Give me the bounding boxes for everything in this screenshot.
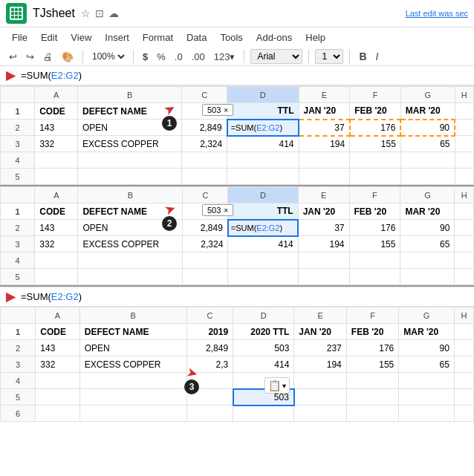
cell-p3-4e[interactable] [294, 373, 346, 389]
cloud-icon[interactable]: ☁ [108, 7, 119, 19]
col-header-g2[interactable]: G [400, 187, 455, 203]
cell-4f[interactable] [350, 152, 401, 169]
col-header-c[interactable]: C [182, 87, 227, 103]
cell-p3-5g[interactable] [399, 389, 455, 405]
cell-5f[interactable] [350, 169, 401, 185]
cell-5g[interactable] [400, 169, 455, 185]
folder-icon[interactable]: ⊡ [95, 7, 104, 19]
cell-p2-3a[interactable]: 332 [35, 236, 78, 252]
cell-p3-5f[interactable] [346, 389, 398, 405]
col-header-e2[interactable]: E [298, 187, 349, 203]
cell-p2-3f[interactable]: 155 [349, 236, 400, 252]
cell-p2-3d[interactable]: 414 [228, 236, 298, 252]
cell-5b[interactable] [78, 169, 182, 185]
cell-4g[interactable] [400, 152, 455, 169]
cell-p3-3e[interactable]: 194 [294, 356, 346, 373]
cell-p2-4b[interactable] [78, 252, 183, 269]
cell-p2-5f[interactable] [349, 269, 400, 285]
cell-p2-3g[interactable]: 65 [400, 236, 455, 252]
cell-5a[interactable] [35, 169, 78, 185]
menu-view[interactable]: View [65, 29, 97, 46]
cell-p3-2a[interactable]: 143 [36, 340, 79, 356]
redo-button[interactable]: ↪ [23, 50, 37, 64]
cell-p2-5d[interactable] [228, 269, 298, 285]
cell-2e[interactable]: 37 [299, 120, 350, 136]
currency-button[interactable]: $ [140, 50, 151, 64]
zoom-select[interactable]: 100% [89, 50, 127, 62]
cell-p3-2f[interactable]: 176 [346, 340, 398, 356]
cell-p3-1d[interactable]: 2020 TTL [233, 324, 294, 340]
cell-p3-2d[interactable]: 503 [233, 340, 294, 356]
print-button[interactable]: 🖨 [40, 50, 56, 64]
cell-p3-5b[interactable] [79, 389, 186, 405]
cell-4a[interactable] [35, 152, 78, 169]
cell-2c[interactable]: 2,849 [182, 120, 227, 136]
menu-help[interactable]: Help [299, 29, 331, 46]
cell-1d[interactable]: TTL [227, 103, 299, 120]
cell-5c[interactable] [182, 169, 227, 185]
col-header-f2[interactable]: F [349, 187, 400, 203]
star-icon[interactable]: ☆ [81, 7, 91, 19]
col-header-h2[interactable]: H [455, 187, 474, 203]
col-header-b3[interactable]: B [79, 307, 186, 324]
decimal-increase-button[interactable]: .00 [189, 50, 208, 64]
cell-2f[interactable]: 176 [350, 120, 401, 136]
cell-p2-5e[interactable] [298, 269, 349, 285]
cell-p3-1g[interactable]: MAR '20 [399, 324, 455, 340]
cell-p3-3g[interactable]: 65 [399, 356, 455, 373]
cell-p3-2e[interactable]: 237 [294, 340, 346, 356]
menu-file[interactable]: File [6, 29, 33, 46]
cell-3f[interactable]: 155 [350, 136, 401, 152]
cell-p2-2e[interactable]: 37 [298, 220, 349, 236]
menu-edit[interactable]: Edit [35, 29, 63, 46]
col-header-d3[interactable]: D [233, 307, 294, 324]
cell-p3-6a[interactable] [36, 405, 79, 422]
menu-data[interactable]: Data [181, 29, 212, 46]
col-header-d2[interactable]: D [228, 187, 298, 203]
cell-4b[interactable] [78, 152, 182, 169]
cell-p2-4a[interactable] [35, 252, 78, 269]
paste-clipboard-widget[interactable]: 📋 ▾ [264, 377, 290, 394]
col-header-b2[interactable]: B [78, 187, 183, 203]
cell-p3-2c[interactable]: 2,849 [186, 340, 233, 356]
cell-p2-3b[interactable]: EXCESS COPPER [78, 236, 183, 252]
cell-p3-1a[interactable]: CODE [36, 324, 79, 340]
cell-5d[interactable] [227, 169, 299, 185]
percent-button[interactable]: % [154, 50, 169, 64]
cell-p2-3c[interactable]: 2,324 [183, 236, 228, 252]
menu-addons[interactable]: Add-ons [250, 29, 298, 46]
cell-p2-2g[interactable]: 90 [400, 220, 455, 236]
col-header-c2[interactable]: C [183, 187, 228, 203]
cell-p2-1g[interactable]: MAR '20 [400, 203, 455, 220]
font-select[interactable]: Arial [250, 49, 302, 64]
cell-2d[interactable]: =SUM(E2:G2) [227, 120, 299, 136]
cell-p3-3a[interactable]: 332 [36, 356, 79, 373]
cell-3g[interactable]: 65 [400, 136, 455, 152]
cell-2a[interactable]: 143 [35, 120, 78, 136]
col-header-g3[interactable]: G [399, 307, 455, 324]
col-header-c3[interactable]: C [186, 307, 233, 324]
cell-1a[interactable]: CODE [35, 103, 78, 120]
col-header-e[interactable]: E [299, 87, 350, 103]
cell-p3-6c[interactable] [186, 405, 233, 422]
menu-insert[interactable]: Insert [99, 29, 135, 46]
cell-p3-3f[interactable]: 155 [346, 356, 398, 373]
cell-p3-2b[interactable]: OPEN [79, 340, 186, 356]
cell-p3-1e[interactable]: JAN '20 [294, 324, 346, 340]
col-header-f3[interactable]: F [346, 307, 398, 324]
cell-p2-4e[interactable] [298, 252, 349, 269]
cell-p3-1c[interactable]: 2019 [186, 324, 233, 340]
cell-3a[interactable]: 332 [35, 136, 78, 152]
cell-3b[interactable]: EXCESS COPPER [78, 136, 182, 152]
cell-3e[interactable]: 194 [299, 136, 350, 152]
cell-p3-4b[interactable] [79, 373, 186, 389]
cell-4e[interactable] [299, 152, 350, 169]
cell-4d[interactable] [227, 152, 299, 169]
col-header-b[interactable]: B [78, 87, 182, 103]
cell-p2-2a[interactable]: 143 [35, 220, 78, 236]
cell-p2-4g[interactable] [400, 252, 455, 269]
cell-p2-4c[interactable] [183, 252, 228, 269]
cell-1e[interactable]: JAN '20 [299, 103, 350, 120]
cell-p2-5c[interactable] [183, 269, 228, 285]
cell-p2-1d[interactable]: TTL [228, 203, 298, 220]
